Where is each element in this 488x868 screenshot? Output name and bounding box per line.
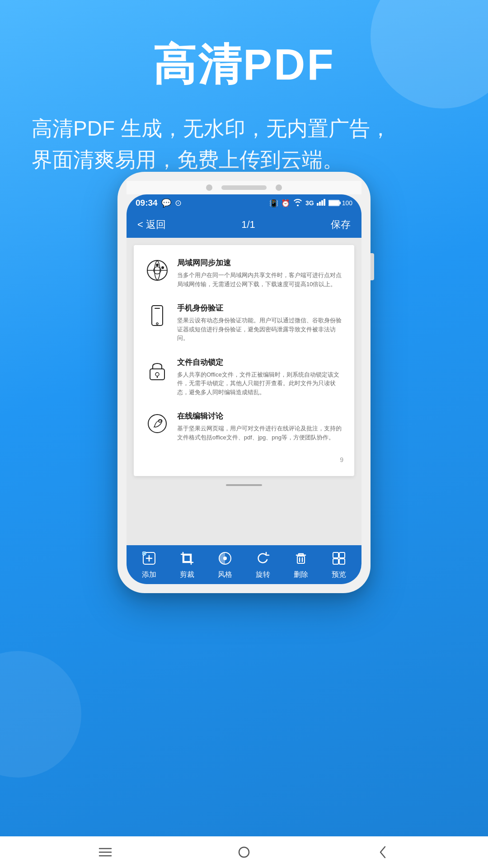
phone-speaker: [221, 185, 267, 190]
svg-point-10: [156, 264, 158, 266]
system-nav-home[interactable]: [233, 841, 255, 863]
status-icon-sync: ⊙: [175, 198, 182, 208]
svg-rect-15: [150, 369, 164, 380]
pdf-item-online-edit-text: 在线编辑讨论 基于坚果云网页端，用户可对文件进行在线评论及批注，支持的文件格式包…: [177, 411, 343, 442]
status-icon-wifi: [293, 198, 303, 208]
main-title: 高清PDF: [27, 36, 461, 95]
phone-dot-left: [206, 184, 212, 191]
status-time: 09:34: [136, 198, 158, 208]
subtitle-line2: 界面清爽易用，免费上传到云端。: [32, 148, 343, 171]
bottom-toolbar[interactable]: 添加 剪裁: [127, 545, 361, 584]
svg-rect-3: [324, 199, 325, 206]
pdf-content-area: 局域网同步加速 当多个用户在同一个局域网内共享文件时，客户端可进行点对点局域网传…: [127, 238, 361, 545]
system-nav-menu[interactable]: [94, 841, 117, 863]
header-section: 高清PDF 高清PDF 生成，无水印，无内置广告， 界面清爽易用，免费上传到云端…: [0, 0, 488, 193]
toolbar-delete-button[interactable]: 删除: [285, 552, 317, 580]
svg-rect-35: [339, 559, 345, 564]
svg-rect-6: [339, 202, 341, 204]
style-icon: [218, 552, 232, 567]
status-signal-bars: [317, 198, 326, 208]
svg-point-28: [223, 557, 227, 560]
pdf-icon-lock: [145, 357, 170, 382]
svg-rect-2: [321, 200, 323, 206]
nav-page-indicator: 1/1: [241, 219, 255, 231]
svg-rect-32: [333, 552, 338, 558]
toolbar-add-button[interactable]: 添加: [133, 552, 165, 580]
svg-rect-29: [297, 556, 305, 563]
status-icon-alarm: ⏰: [281, 199, 290, 208]
toolbar-preview-button[interactable]: 预览: [323, 552, 355, 580]
phone-notch: [127, 181, 361, 194]
status-bar: 09:34 💬 ⊙ 📳 ⏰ 3G: [127, 194, 361, 212]
svg-point-11: [162, 267, 164, 269]
svg-point-18: [148, 415, 166, 433]
pdf-item-lan-sync-desc: 当多个用户在同一个局域网内共享文件时，客户端可进行点对点局域网传输，无需通过公网…: [177, 271, 343, 288]
subtitle: 高清PDF 生成，无水印，无内置广告， 界面清爽易用，免费上传到云端。: [27, 113, 461, 175]
toolbar-delete-label: 删除: [294, 570, 308, 580]
phone-volume-button: [371, 253, 374, 280]
pdf-icon-phone: [145, 303, 170, 328]
pdf-item-phone-auth: 手机身份验证 坚果云设有动态身份验证功能。用户可以通过微信、谷歌身份验证器或短信…: [145, 303, 343, 343]
nav-back-button[interactable]: < 返回: [137, 218, 166, 231]
pdf-item-lan-sync-title: 局域网同步加速: [177, 258, 343, 268]
system-nav-bar: [0, 836, 488, 868]
preview-icon: [332, 552, 346, 567]
toolbar-crop-label: 剪裁: [180, 570, 194, 580]
pdf-item-auto-lock-text: 文件自动锁定 多人共享的Office文件，文件正被编辑时，则系统自动锁定该文件，…: [177, 357, 343, 397]
pdf-item-auto-lock-desc: 多人共享的Office文件，文件正被编辑时，则系统自动锁定该文件，无需手动锁定，…: [177, 370, 343, 397]
pdf-page: 局域网同步加速 当多个用户在同一个局域网内共享文件时，客户端可进行点对点局域网传…: [134, 245, 354, 476]
bg-decoration-bottom: [0, 651, 81, 778]
svg-rect-5: [329, 201, 339, 205]
pdf-item-phone-auth-desc: 坚果云设有动态身份验证功能。用户可以通过微信、谷歌身份验证器或短信进行身份验证，…: [177, 316, 343, 343]
pdf-item-phone-auth-title: 手机身份验证: [177, 303, 343, 313]
pdf-scroll-indicator: [134, 480, 354, 488]
svg-rect-33: [339, 552, 345, 558]
toolbar-rotate-button[interactable]: 旋转: [247, 552, 279, 580]
toolbar-preview-label: 预览: [332, 570, 346, 580]
pdf-item-online-edit-desc: 基于坚果云网页端，用户可对文件进行在线评论及批注，支持的文件格式包括office…: [177, 424, 343, 442]
status-icon-vibrate: 📳: [269, 199, 278, 208]
pdf-item-lan-sync-text: 局域网同步加速 当多个用户在同一个局域网内共享文件时，客户端可进行点对点局域网传…: [177, 258, 343, 288]
phone-outer-shell: 09:34 💬 ⊙ 📳 ⏰ 3G: [117, 172, 371, 593]
delete-icon: [294, 552, 308, 567]
svg-point-39: [239, 847, 249, 857]
pdf-icon-network: [145, 258, 170, 283]
pdf-item-online-edit: 在线编辑讨论 基于坚果云网页端，用户可对文件进行在线评论及批注，支持的文件格式包…: [145, 411, 343, 442]
pdf-item-auto-lock: 文件自动锁定 多人共享的Office文件，文件正被编辑时，则系统自动锁定该文件，…: [145, 357, 343, 397]
status-left: 09:34 💬 ⊙: [136, 198, 182, 208]
status-right: 📳 ⏰ 3G: [269, 198, 352, 208]
svg-rect-26: [184, 555, 190, 561]
status-signal-3g: 3G: [305, 199, 314, 207]
phone-mockup: 09:34 💬 ⊙ 📳 ⏰ 3G: [117, 172, 371, 593]
toolbar-style-label: 风格: [218, 570, 232, 580]
crop-icon: [180, 552, 194, 567]
pdf-item-online-edit-title: 在线编辑讨论: [177, 411, 343, 421]
pdf-item-phone-auth-text: 手机身份验证 坚果云设有动态身份验证功能。用户可以通过微信、谷歌身份验证器或短信…: [177, 303, 343, 343]
pdf-item-lan-sync: 局域网同步加速 当多个用户在同一个局域网内共享文件时，客户端可进行点对点局域网传…: [145, 258, 343, 288]
toolbar-style-button[interactable]: 风格: [209, 552, 241, 580]
svg-point-16: [155, 373, 159, 376]
svg-rect-0: [317, 203, 319, 206]
svg-rect-1: [319, 202, 321, 206]
add-icon: [142, 552, 156, 567]
toolbar-crop-button[interactable]: 剪裁: [171, 552, 203, 580]
pdf-page-number: 9: [145, 456, 343, 463]
pdf-scroll-line: [226, 484, 262, 486]
nav-save-button[interactable]: 保存: [331, 218, 351, 231]
pdf-item-auto-lock-title: 文件自动锁定: [177, 357, 343, 368]
toolbar-add-label: 添加: [142, 570, 156, 580]
app-nav-bar[interactable]: < 返回 1/1 保存: [127, 212, 361, 238]
subtitle-line1: 高清PDF 生成，无水印，无内置广告，: [32, 117, 391, 140]
phone-screen: 09:34 💬 ⊙ 📳 ⏰ 3G: [127, 194, 361, 584]
status-battery: 100: [328, 199, 352, 207]
svg-point-14: [156, 323, 158, 325]
pdf-icon-edit: [145, 411, 170, 436]
system-nav-back[interactable]: [371, 841, 394, 863]
rotate-icon: [256, 552, 270, 567]
phone-dot-right: [276, 184, 282, 191]
toolbar-rotate-label: 旋转: [256, 570, 270, 580]
svg-rect-34: [333, 559, 338, 564]
status-icon-message: 💬: [161, 198, 171, 208]
